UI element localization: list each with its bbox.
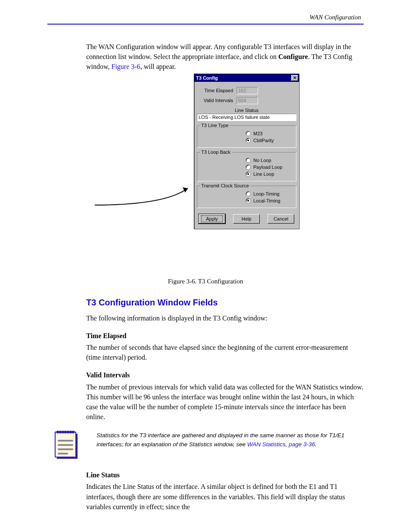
button-label: Help: [242, 216, 252, 221]
dialog-title: T3 Config: [196, 75, 218, 81]
figure-row: T3 Config ✕ Time Elapsed 162 Valid Inter…: [47, 74, 364, 263]
radio-label: Payload Loop: [253, 165, 282, 170]
radio-m23[interactable]: M23: [200, 130, 293, 137]
figure-caption: Figure 3-6. T3 Configuration: [47, 278, 364, 285]
field-body-time-elapsed: The number of seconds that have elapsed …: [86, 342, 364, 362]
note-text-c: .: [315, 441, 317, 448]
radio-lineloop[interactable]: Line Loop: [200, 171, 293, 177]
valid-intervals-value: 604: [237, 97, 258, 104]
radio-label: M23: [253, 131, 262, 136]
t3-config-dialog: T3 Config ✕ Time Elapsed 162 Valid Inter…: [194, 74, 299, 229]
intro-paragraph: The WAN Configuration window will appear…: [86, 42, 364, 72]
close-icon[interactable]: ✕: [291, 75, 298, 81]
intro-figure-link[interactable]: Figure 3-6: [112, 63, 140, 70]
radio-localtiming[interactable]: Local-Timing: [200, 197, 293, 204]
button-label: Apply: [201, 215, 223, 222]
valid-intervals-label: Valid Intervals: [197, 98, 237, 103]
radio-label: Line Loop: [253, 171, 274, 177]
radio-icon: [246, 198, 251, 203]
intro-text-c: , will appear.: [140, 63, 176, 70]
time-elapsed-value: 162: [237, 87, 258, 94]
arrow-cell: [47, 74, 194, 263]
group-clock-source: Transmit Clock Source Loop-Timing Local-…: [197, 186, 296, 208]
apply-button[interactable]: Apply: [199, 214, 225, 224]
radio-looptiming[interactable]: Loop-Timing: [200, 190, 293, 197]
radio-label: No Loop: [253, 158, 271, 163]
radio-label: Loop-Timing: [253, 191, 280, 196]
field-body-valid-intervals: The number of previous intervals for whi…: [86, 382, 364, 422]
cancel-button[interactable]: Cancel: [268, 214, 294, 224]
radio-cbitparity[interactable]: CbitParity: [200, 137, 293, 144]
line-status-caption: Line Status: [197, 108, 296, 113]
section-intro: The following information is displayed i…: [86, 313, 364, 323]
button-label: Cancel: [274, 216, 288, 221]
svg-marker-0: [183, 187, 188, 193]
note-link-page[interactable]: page 3-36: [289, 441, 315, 448]
field-title-time-elapsed: Time Elapsed: [86, 331, 364, 341]
intro-bold: Configure: [278, 53, 308, 60]
radio-icon: [246, 165, 251, 170]
radio-icon: [246, 131, 251, 136]
note-link-section[interactable]: WAN Statistics: [247, 441, 286, 448]
radio-icon: [246, 138, 251, 143]
section-heading: T3 Configuration Window Fields: [86, 296, 364, 309]
note-block: Statistics for the T3 interface are gath…: [47, 429, 364, 460]
radio-icon: [246, 171, 251, 177]
field-title-valid-intervals: Valid Intervals: [86, 370, 364, 380]
radio-label: Local-Timing: [253, 198, 280, 203]
time-elapsed-label: Time Elapsed: [197, 88, 237, 93]
group-clock-source-legend: Transmit Clock Source: [200, 183, 250, 188]
field-title-line-status: Line Status: [86, 470, 364, 480]
radio-noloop[interactable]: No Loop: [200, 157, 293, 164]
radio-icon: [246, 158, 251, 163]
group-line-type: T3 Line Type M23 CbitParity: [197, 125, 296, 148]
radio-label: CbitParity: [253, 138, 274, 143]
running-header: WAN Configuration: [47, 14, 364, 21]
line-status-value: LOS - Receiving LOS failure state: [197, 114, 296, 121]
radio-payloadloop[interactable]: Payload Loop: [200, 164, 293, 171]
header-rule: [47, 24, 364, 25]
help-button[interactable]: Help: [233, 214, 260, 224]
group-line-type-legend: T3 Line Type: [200, 123, 230, 128]
field-body-line-status: Indicates the Line Status of the interfa…: [86, 482, 364, 512]
dialog-titlebar: T3 Config ✕: [194, 74, 299, 82]
group-loop-back-legend: T3 Loop Back: [200, 149, 232, 155]
pointer-arrow: [47, 74, 194, 263]
note-icon: [53, 429, 80, 460]
radio-icon: [246, 191, 251, 196]
group-loop-back: T3 Loop Back No Loop Payload Loop Line L…: [197, 152, 296, 181]
